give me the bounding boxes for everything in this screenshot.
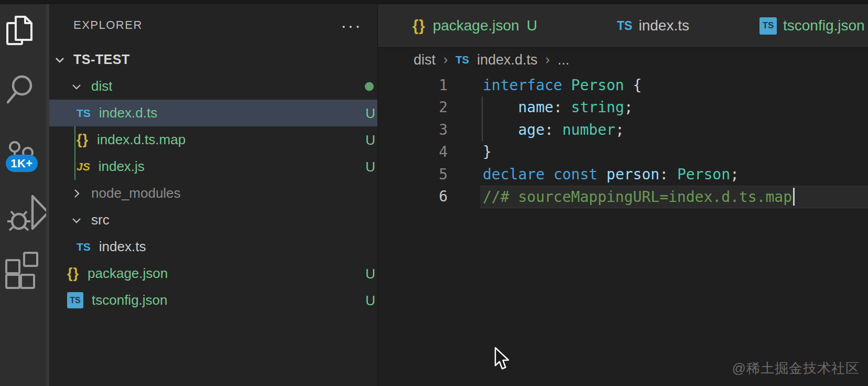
run-debug-icon[interactable] (3, 191, 46, 233)
chevron-down-icon (70, 214, 83, 227)
git-untracked-badge: U (365, 292, 375, 308)
folder-name: dist (91, 78, 112, 94)
code-editor[interactable]: 1 interface Person { 2 name: string; 3 a… (378, 72, 868, 208)
tab-bar: {} package.json U TS index.ts TS tsconfi… (378, 4, 868, 48)
code-line[interactable]: 4 } (378, 141, 868, 164)
vscode-window: 1K+ EXPLORER ··· TS-TEST (0, 0, 868, 386)
tree-item-node-modules[interactable]: node_modules (49, 180, 377, 207)
line-content: age: number; (448, 121, 624, 138)
tree-item-index-d-ts[interactable]: TS index.d.ts U (49, 100, 377, 126)
window-top-edge (0, 0, 868, 4)
typescript-file-icon: TS (617, 19, 632, 33)
code-line[interactable]: 2 name: string; (378, 97, 868, 119)
line-number: 2 (378, 99, 448, 116)
breadcrumb-separator: › (546, 52, 550, 67)
explorer-sidebar: EXPLORER ··· TS-TEST dist TS index.d.ts … (49, 4, 377, 386)
chevron-down-icon (70, 80, 83, 93)
line-number: 1 (378, 77, 448, 94)
tree-item-tsconfig-json[interactable]: TS tsconfig.json U (49, 287, 377, 314)
json-file-icon: {} (77, 132, 89, 148)
line-number: 6 (378, 188, 448, 205)
extensions-icon[interactable] (4, 251, 40, 290)
line-content: } (448, 143, 492, 160)
breadcrumb-item-dist[interactable]: dist (414, 52, 436, 68)
file-name: tsconfig.json (92, 292, 168, 308)
code-line[interactable]: 3 age: number; (378, 119, 868, 141)
tab-index-ts[interactable]: TS index.ts (572, 4, 734, 47)
tree-item-project-root[interactable]: TS-TEST (49, 46, 377, 73)
more-actions-button[interactable]: ··· (341, 23, 362, 28)
line-content: //# sourceMappingURL=index.d.ts.map (448, 188, 795, 206)
code-line-active[interactable]: 6 //# sourceMappingURL=index.d.ts.map (378, 186, 868, 208)
breadcrumb-item-file[interactable]: index.d.ts (477, 52, 538, 68)
git-untracked-badge: U (365, 132, 375, 148)
typescript-file-icon: TS (77, 241, 91, 253)
code-line[interactable]: 1 interface Person { (378, 74, 868, 97)
mouse-pointer (494, 347, 511, 371)
file-tree: TS-TEST dist TS index.d.ts U {} index.d.… (49, 46, 377, 314)
line-number: 5 (378, 166, 448, 183)
explorer-header: EXPLORER ··· (49, 4, 377, 46)
file-name: index.ts (99, 239, 146, 255)
line-number: 3 (378, 121, 448, 138)
line-content: name: string; (448, 99, 633, 116)
git-untracked-badge: U (365, 265, 375, 282)
folder-name: node_modules (91, 185, 181, 201)
tsconfig-file-icon: TS (760, 17, 777, 35)
tab-label: tsconfig.json (783, 17, 865, 34)
git-untracked-badge: U (365, 105, 375, 121)
typescript-file-icon: TS (77, 107, 91, 120)
json-file-icon: {} (67, 265, 79, 282)
breadcrumb: dist › TS index.d.ts › ... (378, 48, 868, 72)
tree-item-src[interactable]: src (49, 207, 377, 233)
git-untracked-badge: U (527, 17, 537, 34)
code-line[interactable]: 5 declare const person: Person; (378, 163, 868, 186)
tree-item-index-d-ts-map[interactable]: {} index.d.ts.map U (49, 126, 377, 153)
json-file-icon: {} (413, 17, 426, 35)
git-untracked-badge: U (365, 158, 375, 175)
tab-tsconfig-json[interactable]: TS tsconfig.json (734, 4, 868, 47)
file-name: index.d.ts.map (97, 132, 186, 148)
project-name: TS-TEST (73, 52, 130, 67)
javascript-file-icon: JS (77, 160, 90, 173)
file-name: index.js (99, 158, 145, 175)
line-content: declare const person: Person; (448, 166, 739, 183)
chevron-right-icon (70, 187, 83, 200)
watermark: @稀土掘金技术社区 (732, 359, 860, 378)
explorer-icon[interactable] (4, 14, 35, 48)
tree-item-dist[interactable]: dist (49, 73, 377, 100)
source-control-badge: 1K+ (6, 155, 38, 172)
breadcrumb-item-symbol[interactable]: ... (558, 52, 570, 68)
search-icon[interactable] (3, 74, 35, 108)
file-name: package.json (88, 265, 168, 282)
tree-item-index-js[interactable]: JS index.js U (49, 153, 377, 180)
explorer-title: EXPLORER (73, 18, 143, 32)
tab-label: index.ts (638, 17, 689, 34)
tsconfig-file-icon: TS (67, 292, 83, 308)
file-name: index.d.ts (99, 105, 157, 121)
line-content: interface Person { (448, 77, 642, 94)
chevron-down-icon (53, 53, 66, 66)
activity-bar: 1K+ (0, 4, 46, 386)
tree-item-package-json[interactable]: {} package.json U (49, 260, 377, 287)
editor-group: {} package.json U TS index.ts TS tsconfi… (377, 4, 868, 386)
tree-item-index-ts[interactable]: TS index.ts (49, 233, 377, 260)
breadcrumb-separator: › (443, 52, 448, 67)
typescript-file-icon: TS (455, 54, 469, 66)
tab-label: package.json (433, 17, 519, 34)
text-cursor (793, 188, 795, 206)
tab-package-json[interactable]: {} package.json U (378, 4, 572, 47)
git-modified-dot (365, 82, 374, 91)
line-number: 4 (378, 143, 448, 160)
folder-name: src (91, 212, 110, 228)
